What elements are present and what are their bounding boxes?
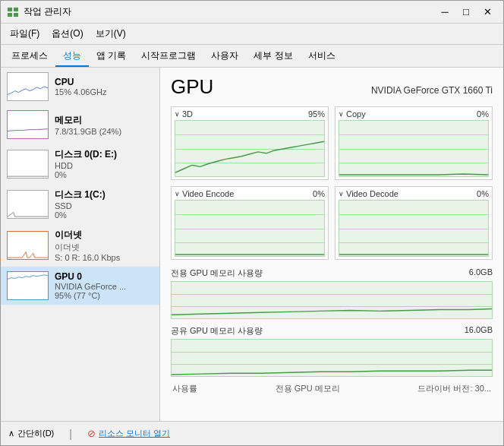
tab-performance[interactable]: 성능 <box>55 46 89 67</box>
disk1-subtitle2: 0% <box>55 210 106 220</box>
chart-video-decode: ∨ Video Decode 0% <box>335 186 493 260</box>
tab-details[interactable]: 세부 정보 <box>246 46 300 67</box>
disk0-subtitle2: 0% <box>55 170 117 179</box>
minimize-button[interactable]: ─ <box>435 4 455 21</box>
resource-monitor-icon: ⊘ <box>87 428 96 439</box>
disk1-mini-chart <box>7 190 49 219</box>
chart-3d-label: ∨ 3D <box>175 109 193 119</box>
mem-mini-chart <box>7 110 49 139</box>
menu-view[interactable]: 보기(V) <box>90 25 132 43</box>
title-bar-left: 작업 관리자 <box>7 5 71 18</box>
chart-video-encode: ∨ Video Encode 0% <box>171 186 329 260</box>
gpu-label: GPU <box>171 75 213 99</box>
tab-app-history[interactable]: 앱 기록 <box>89 46 134 67</box>
footer-driver: 드라이버 버전: 30... <box>417 383 491 394</box>
cpu-title: CPU <box>55 77 106 87</box>
shared-mem-section: 공유 GPU 메모리 사용량 16.0GB <box>171 325 493 377</box>
disk0-title: 디스크 0(D: E:) <box>55 148 117 161</box>
net-subtitle2: S: 0 R: 16.0 Kbps <box>55 253 120 262</box>
shared-mem-chart <box>171 339 493 377</box>
shared-mem-label: 공유 GPU 메모리 사용량 <box>171 325 263 337</box>
gpu-header: GPU NVIDIA GeForce GTX 1660 Ti <box>171 75 493 99</box>
net-title: 이더넷 <box>55 229 120 242</box>
window-title: 작업 관리자 <box>24 5 71 18</box>
tab-users[interactable]: 사용자 <box>203 46 246 67</box>
gpu0-title: GPU 0 <box>55 271 126 282</box>
dedicated-mem-chart <box>171 281 493 319</box>
bottom-bar: ∧ 간단히(D) | ⊘ 리소스 모니터 열기 <box>1 421 503 445</box>
gpu0-subtitle1: NVIDIA GeForce ... <box>55 282 126 291</box>
footer-dedicated: 전용 GPU 메모리 <box>276 383 340 394</box>
chart-copy: ∨ Copy 0% <box>335 106 493 180</box>
resource-monitor-link[interactable]: ⊘ 리소스 모니터 열기 <box>87 428 170 439</box>
gpu-device-name: NVIDIA GeForce GTX 1660 Ti <box>371 85 493 96</box>
disk1-title: 디스크 1(C:) <box>55 188 106 201</box>
chevron-up-icon: ∧ <box>8 429 14 438</box>
svg-rect-2 <box>8 13 12 17</box>
gpu0-subtitle2: 95% (77 °C) <box>55 291 126 300</box>
gpu-mini-chart <box>7 271 49 300</box>
chart-video-encode-label: ∨ Video Encode <box>175 189 234 198</box>
mem-subtitle: 7.8/31.9GB (24%) <box>55 127 121 136</box>
menu-bar: 파일(F) 옵션(O) 보기(V) <box>1 24 503 45</box>
task-manager-window: 작업 관리자 ─ □ ✕ 파일(F) 옵션(O) 보기(V) 프로세스 성능 앱… <box>0 0 504 446</box>
svg-rect-0 <box>8 8 12 11</box>
cpu-subtitle: 15% 4.06GHz <box>55 87 106 96</box>
chart-video-encode-percent: 0% <box>313 189 325 198</box>
chart-video-encode-area <box>175 200 325 257</box>
menu-file[interactable]: 파일(F) <box>4 25 46 43</box>
chart-video-decode-area <box>339 200 489 257</box>
svg-rect-1 <box>14 8 18 11</box>
dedicated-mem-section: 전용 GPU 메모리 사용량 6.0GB <box>171 267 493 319</box>
main-panel: GPU NVIDIA GeForce GTX 1660 Ti ∨ 3D 95% <box>160 68 503 421</box>
gpu-charts-grid: ∨ 3D 95% <box>171 106 493 260</box>
sidebar-item-network[interactable]: 이더넷 이더넷 S: 0 R: 16.0 Kbps <box>1 224 159 267</box>
chart-video-decode-label: ∨ Video Decode <box>339 189 398 198</box>
net-mini-chart <box>7 231 49 260</box>
footer-usage: 사용률 <box>172 383 197 394</box>
app-icon <box>7 6 19 18</box>
mem-title: 메모리 <box>55 114 121 127</box>
sidebar-item-disk0[interactable]: 디스크 0(D: E:) HDD 0% <box>1 144 159 184</box>
net-subtitle1: 이더넷 <box>55 242 120 253</box>
cpu-mini-chart <box>7 72 49 101</box>
collapse-label: 간단히(D) <box>17 428 54 439</box>
tab-process[interactable]: 프로세스 <box>4 46 55 67</box>
chart-3d-area <box>175 120 325 177</box>
chart-3d: ∨ 3D 95% <box>171 106 329 180</box>
sidebar-item-gpu0[interactable]: GPU 0 NVIDIA GeForce ... 95% (77 °C) <box>1 267 159 305</box>
chart-copy-percent: 0% <box>477 109 489 119</box>
svg-rect-3 <box>14 13 18 17</box>
sidebar-item-disk1[interactable]: 디스크 1(C:) SSD 0% <box>1 184 159 224</box>
chart-copy-label: ∨ Copy <box>339 109 366 119</box>
disk0-mini-chart <box>7 150 49 179</box>
tab-startup[interactable]: 시작프로그램 <box>134 46 203 67</box>
chart-copy-area <box>339 120 489 177</box>
disk0-subtitle1: HDD <box>55 161 117 170</box>
tab-services[interactable]: 서비스 <box>301 46 343 67</box>
chart-video-decode-percent: 0% <box>477 189 489 198</box>
sidebar: CPU 15% 4.06GHz 메모리 7.8/31.9GB (24%) <box>1 68 160 421</box>
menu-options[interactable]: 옵션(O) <box>46 25 89 43</box>
disk1-subtitle1: SSD <box>55 201 106 210</box>
dedicated-mem-label: 전용 GPU 메모리 사용량 <box>171 267 263 279</box>
collapse-button[interactable]: ∧ 간단히(D) <box>8 428 54 439</box>
main-content: CPU 15% 4.06GHz 메모리 7.8/31.9GB (24%) <box>1 68 503 421</box>
maximize-button[interactable]: □ <box>456 4 476 21</box>
window-controls: ─ □ ✕ <box>435 4 497 21</box>
close-button[interactable]: ✕ <box>477 4 497 21</box>
sidebar-item-memory[interactable]: 메모리 7.8/31.9GB (24%) <box>1 106 159 144</box>
chart-3d-percent: 95% <box>308 109 325 119</box>
footer-stats: 사용률 전용 GPU 메모리 드라이버 버전: 30... <box>171 383 493 394</box>
shared-mem-max: 16.0GB <box>465 325 493 337</box>
dedicated-mem-max: 6.0GB <box>469 267 493 279</box>
sidebar-item-cpu[interactable]: CPU 15% 4.06GHz <box>1 68 159 106</box>
resource-monitor-label: 리소스 모니터 열기 <box>99 428 170 439</box>
title-bar: 작업 관리자 ─ □ ✕ <box>1 1 503 24</box>
tab-bar: 프로세스 성능 앱 기록 시작프로그램 사용자 세부 정보 서비스 <box>1 45 503 68</box>
